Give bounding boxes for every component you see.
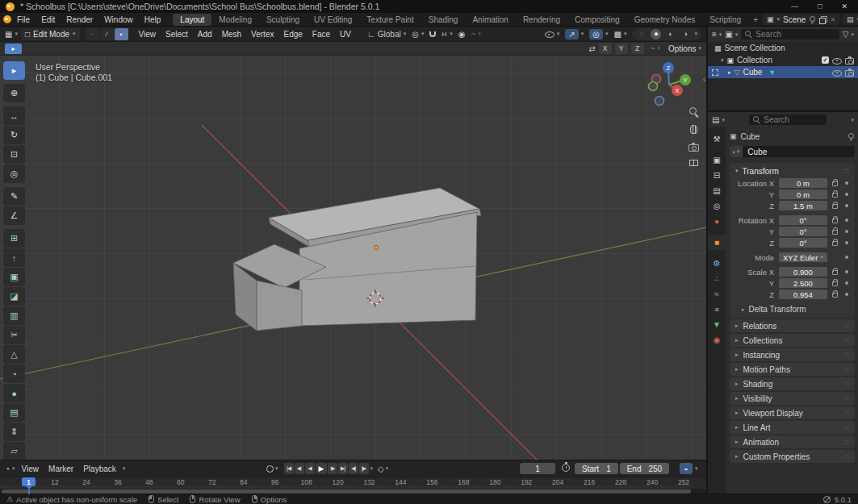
menu-add[interactable]: Add (193, 28, 217, 40)
lock-icon[interactable] (832, 281, 838, 286)
properties-tab-tool[interactable]: ⚒ (708, 131, 726, 147)
playback-jump-to-end[interactable]: ▶| (338, 463, 348, 474)
properties-search-input[interactable]: Search (749, 115, 827, 125)
camera-view-icon[interactable] (688, 144, 699, 152)
workspace-tab-animation[interactable]: Animation (465, 14, 515, 26)
properties-tab-constraints[interactable]: ∝ (708, 302, 726, 317)
tool-spin[interactable]: ◔ (3, 364, 25, 383)
animate-dot[interactable] (845, 181, 848, 185)
animate-dot[interactable] (845, 256, 848, 259)
field-z[interactable]: 0.954 (779, 289, 827, 299)
pin-icon[interactable] (848, 133, 855, 140)
options-dropdown[interactable]: Options ▾ (668, 44, 701, 53)
keying-set-icon[interactable]: ◇ (378, 464, 384, 473)
wireframe-shading-button[interactable]: ◌ (636, 29, 647, 40)
active-tool-icon[interactable]: ▸ (5, 44, 22, 54)
panel-relations[interactable]: ▸Relations∷ (730, 319, 855, 332)
viewport-canvas[interactable]: User Perspective (1) Cube | Cube.001 ▸⊕↔… (0, 56, 706, 460)
workspace-tab-sculpting[interactable]: Sculpting (259, 14, 307, 26)
outliner-row-cube[interactable]: ▸ ▽ Cube ▼ (708, 66, 858, 78)
blender-menu-icon[interactable] (3, 15, 11, 23)
delete-scene-icon[interactable]: ✕ (830, 16, 835, 23)
pan-hand-icon[interactable] (690, 125, 697, 134)
field-z[interactable]: 0° (779, 238, 827, 248)
playback-play-reverse[interactable]: ◀ (305, 463, 315, 474)
expanded-chevron-icon[interactable]: ▾ (721, 57, 724, 64)
outliner-row-scene-collection[interactable]: ▦ Scene Collection (708, 42, 858, 54)
snap-to-dropdown[interactable]: H ▾ (442, 31, 452, 38)
pin-icon[interactable] (809, 16, 816, 23)
outliner-search-input[interactable]: Search (741, 29, 839, 40)
lock-icon[interactable] (832, 181, 838, 186)
maximize-button[interactable]: □ (818, 2, 822, 10)
field-location-x[interactable]: 0 m (779, 178, 827, 188)
panel-line-art[interactable]: ▸Line Art∷ (730, 421, 855, 434)
panel-viewport-display[interactable]: ▸Viewport Display∷ (730, 406, 855, 419)
viewlayer-selector[interactable]: ▤ ▾ ViewLayer ✕ (843, 14, 858, 25)
drag-dots-icon[interactable]: ∷ (845, 439, 849, 446)
chevron-down-icon[interactable]: ▾ (851, 117, 854, 123)
field-z[interactable]: 1.5 m (779, 201, 827, 210)
workspace-tab-texture-paint[interactable]: Texture Paint (359, 14, 421, 26)
gizmo-negative-y[interactable] (649, 82, 658, 91)
panel-delta-transform[interactable]: ▸ Delta Transform (730, 303, 855, 315)
panel-visibility[interactable]: ▸Visibility∷ (730, 392, 855, 405)
solid-shading-button[interactable]: ● (651, 29, 661, 40)
new-scene-icon[interactable] (819, 16, 827, 23)
mirror-x-button[interactable]: X (599, 44, 612, 54)
outliner-filter-obj-dropdown[interactable]: ▣ ▾ (725, 30, 738, 39)
timeline-ruler[interactable]: 1224364860728496108120132144156168180192… (0, 477, 706, 489)
hint-options[interactable]: Options (252, 495, 287, 504)
tool-move[interactable]: ↔ (3, 106, 25, 125)
lock-icon[interactable] (832, 293, 838, 298)
menu-vertex[interactable]: Vertex (246, 28, 278, 40)
field-y[interactable]: 0 m (779, 190, 827, 199)
tool-shear[interactable]: ▱ (3, 442, 25, 460)
menu-edge[interactable]: Edge (278, 28, 307, 40)
tool-measure[interactable]: ∠ (3, 206, 25, 225)
menu-face[interactable]: Face (308, 28, 335, 40)
menu-view[interactable]: View (17, 463, 44, 475)
menu-window[interactable]: Window (98, 14, 139, 26)
panel-motion-paths[interactable]: ▸Motion Paths∷ (730, 363, 855, 376)
zoom-icon[interactable] (689, 107, 699, 117)
collection-checkbox[interactable]: ✓ (822, 56, 829, 64)
menu-edit[interactable]: Edit (36, 14, 61, 26)
rendered-shading-button[interactable]: ◑ (680, 29, 690, 40)
properties-tab-particles[interactable]: ∴ (708, 271, 726, 286)
object-name-field[interactable]: Cube (743, 146, 855, 157)
drag-dots-icon[interactable]: ∷ (845, 424, 849, 431)
menu-mesh[interactable]: Mesh (217, 28, 246, 40)
face-select-button[interactable]: ▪ (115, 28, 128, 40)
drag-dots-icon[interactable]: ∷ (845, 168, 849, 175)
menu-select[interactable]: Select (161, 28, 193, 40)
mode-dropdown[interactable]: □ Edit Mode ▾ (21, 28, 80, 40)
panel-shading[interactable]: ▸Shading∷ (730, 377, 855, 390)
panel-collections[interactable]: ▸Collections∷ (730, 334, 855, 347)
sidebar-collapse-icon[interactable]: ‹ (703, 75, 705, 84)
rotation-mode-select[interactable]: XYZ Euler ▾ (779, 252, 827, 262)
material-shading-button[interactable]: ◐ (665, 29, 676, 40)
field-y[interactable]: 0° (779, 227, 827, 236)
vertex-select-button[interactable]: ∙ (86, 28, 99, 40)
drag-dots-icon[interactable]: ∷ (845, 381, 849, 388)
model-cube[interactable] (233, 188, 481, 331)
editor-type-dropdown[interactable]: ▦ ▾ (5, 30, 18, 39)
drag-dots-icon[interactable]: ∷ (845, 323, 849, 330)
properties-tab-data[interactable]: ▼ (708, 317, 726, 332)
drag-dots-icon[interactable]: ∷ (845, 366, 849, 373)
timeline-scrollbar[interactable] (2, 489, 691, 494)
drag-dots-icon[interactable]: ∷ (845, 453, 849, 460)
properties-tab-modifiers[interactable]: ⚙ (708, 256, 726, 271)
outliner-row-collection[interactable]: ▾ ▣ Collection ✓ (708, 54, 858, 66)
orientation-dropdown[interactable]: ∟ Global ▾ (367, 30, 406, 39)
animate-dot[interactable] (845, 270, 848, 273)
menu-playback[interactable]: Playback (78, 463, 121, 475)
tool-smooth[interactable]: ● (3, 384, 25, 402)
mirror-z-button[interactable]: Z (631, 44, 644, 54)
tool-add-cube[interactable]: ⊞ (3, 229, 25, 248)
menu-file[interactable]: File (11, 14, 36, 26)
gizmo-negative-z[interactable] (655, 97, 664, 106)
workspace-tab-shading[interactable]: Shading (421, 14, 466, 26)
object-type-dropdown[interactable]: ▪ ▾ (730, 146, 743, 157)
